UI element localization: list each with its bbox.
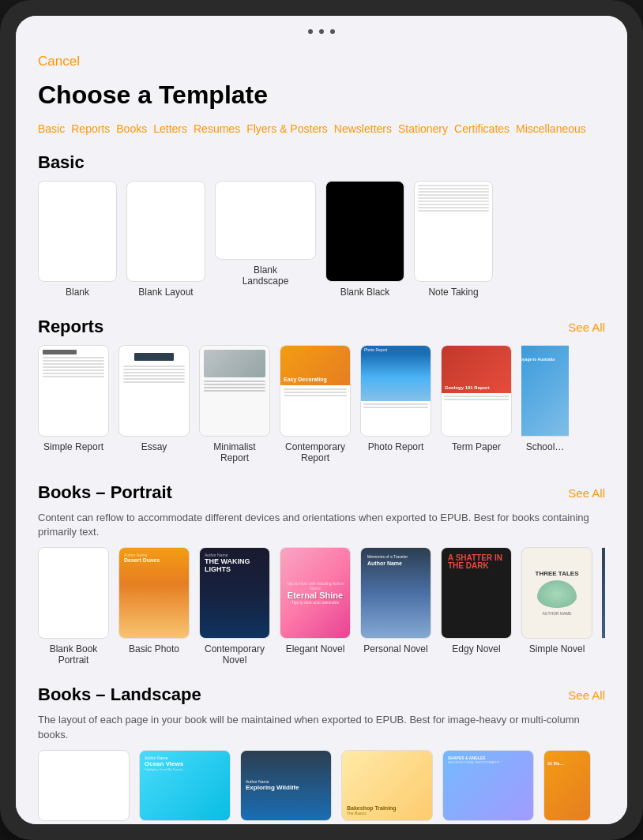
tab-books[interactable]: Books [116,121,153,137]
template-blank-book-landscape[interactable]: Blank Book Landscape [38,750,130,824]
section-basic-title: Basic [38,152,85,173]
tab-reports[interactable]: Reports [71,121,116,137]
template-edgy-novel-thumb: A SHATTER IN THE DARK [441,547,512,639]
template-school[interactable]: A Voyage to Australia School… [521,345,569,463]
template-contemporary-report[interactable]: Easy Decorating Contemporary Report [280,345,351,463]
page-title: Choose a Template [38,81,605,110]
template-note-taking-label: Note Taking [428,287,478,298]
template-elegant-novel-thumb: Tips & tricks with dazzling Author Name … [280,547,351,639]
eternal-shine-title: Eternal Shine [285,591,345,600]
dot-2 [319,29,324,34]
template-note-taking[interactable]: Note Taking [414,181,493,298]
tab-miscellaneous[interactable]: Miscellaneous [516,121,592,137]
template-elegant-novel[interactable]: Tips & tricks with dazzling Author Name … [280,547,351,666]
template-minimalist-report-thumb [199,345,270,437]
section-books-landscape: Books – Landscape See All The layout of … [38,684,605,824]
template-elegant-novel-label: Elegant Novel [286,643,345,654]
tab-newsletters[interactable]: Newsletters [334,121,398,137]
books-landscape-see-all[interactable]: See All [568,688,605,702]
template-simple-novel-thumb: THREE TALES AUTHOR NAME [521,547,592,639]
template-blank-book-portrait-thumb [38,547,109,639]
books-portrait-templates-row: Blank Book Portrait Author Name Desert D… [38,547,605,666]
template-blank-layout-label: Blank Layout [138,287,193,298]
template-photo-book[interactable]: SHAPES & ANGLES ARCHITECTURAL PHOTOGRAPH… [442,750,534,824]
shatter-text: A SHATTER IN THE DARK [442,548,511,576]
template-m-novel[interactable]: M… [602,547,605,666]
tab-certificates[interactable]: Certificates [454,121,516,137]
basic-templates-row: Blank Blank Layout Blank Landscape [38,181,605,298]
device-frame: Cancel Choose a Template Basic Reports B… [0,0,643,840]
template-blank-landscape[interactable]: Blank Landscape [215,181,316,298]
template-blank-book-portrait[interactable]: Blank Book Portrait [38,547,109,666]
template-simple-novel[interactable]: THREE TALES AUTHOR NAME Simple Novel [521,547,592,666]
tab-stationery[interactable]: Stationery [398,121,454,137]
template-blank-layout[interactable]: Blank Layout [126,181,205,298]
note-line-9 [418,210,489,212]
template-training-book[interactable]: Bakeshop Training The Basics Training Bo… [341,750,433,824]
top-bar [16,16,627,47]
template-essay-thumb [118,345,190,437]
template-blank-black-label: Blank Black [340,287,390,298]
memories-overlay: Memories of a Traveler Author Name [361,548,431,638]
tab-flyers[interactable]: Flyers & Posters [246,121,334,137]
template-contemporary-novel[interactable]: Author Name THE WAKING LIGHTS Contempora… [199,547,270,666]
tab-basic[interactable]: Basic [38,121,71,137]
books-landscape-templates-row: Blank Book Landscape Author Name Ocean V… [38,750,605,824]
template-simple-report[interactable]: Simple Report [38,345,109,463]
reports-see-all[interactable]: See All [568,321,605,334]
section-books-landscape-title: Books – Landscape [38,684,201,705]
section-basic-header: Basic [38,152,605,173]
template-basic-photo[interactable]: Author Name Desert Dunes Basic Photo [118,547,190,666]
tab-letters[interactable]: Letters [153,121,194,137]
template-simple-report-label: Simple Report [43,441,103,452]
template-essay[interactable]: Essay [118,345,190,463]
template-personal-novel-label: Personal Novel [363,643,427,654]
template-blank-black[interactable]: Blank Black [325,181,404,298]
books-portrait-see-all[interactable]: See All [568,486,605,500]
screen: Cancel Choose a Template Basic Reports B… [16,16,627,824]
template-blank-black-thumb [325,181,404,282]
template-blank-layout-thumb [126,181,205,282]
note-line-5 [418,197,489,199]
template-photo-report-thumb: Photo Report [360,345,431,437]
section-basic: Basic Blank Blank Layout [38,152,605,298]
template-blank[interactable]: Blank [38,181,117,298]
section-books-portrait-title: Books – Portrait [38,482,172,503]
template-essay-label: Essay [141,441,167,452]
template-blank-landscape-thumb [215,181,316,260]
section-books-portrait-header: Books – Portrait See All [38,482,605,503]
basic-photo-title: Desert Dunes [124,557,184,563]
tab-resumes[interactable]: Resumes [194,121,246,137]
template-minimalist-report[interactable]: Minimalist Report [199,345,270,463]
template-photo-book-thumb: SHAPES & ANGLES ARCHITECTURAL PHOTOGRAPH… [442,750,534,821]
template-st-landscape[interactable]: St Ra… St… [543,750,591,824]
ocean-title: Ocean Views [145,760,225,767]
template-term-paper-label: Term Paper [452,441,501,452]
template-blank-book-landscape-thumb [38,750,130,821]
template-contemporary-report-thumb: Easy Decorating [280,345,351,437]
template-term-paper-thumb: Geology 101 Report [441,345,512,437]
section-reports-header: Reports See All [38,317,605,337]
template-edgy-novel[interactable]: A SHATTER IN THE DARK Edgy Novel [441,547,512,666]
books-landscape-desc: The layout of each page in your book wil… [38,713,605,741]
template-blank-label: Blank [66,287,89,298]
dot-1 [308,29,313,34]
template-basic-landscape-thumb: Author Name Ocean Views Highlights From … [139,750,231,821]
template-basic-landscape[interactable]: Author Name Ocean Views Highlights From … [139,750,231,824]
template-basic-photo-label: Basic Photo [129,643,179,654]
template-blank-thumb [38,181,117,282]
template-photo-report[interactable]: Photo Report Photo Report [360,345,431,463]
template-personal-novel[interactable]: Memories of a Traveler Author Name Perso… [360,547,431,666]
section-books-landscape-header: Books – Landscape See All [38,684,605,705]
section-books-portrait: Books – Portrait See All Content can ref… [38,482,605,666]
eternal-shine-subtitle: Tips to dote amb admirable [285,600,345,605]
template-basic-photo-thumb: Author Name Desert Dunes [118,547,190,639]
template-term-paper[interactable]: Geology 101 Report Term Paper [441,345,512,463]
status-dots [308,29,335,34]
note-line-7 [418,204,489,205]
ocean-content: Author Name Ocean Views Highlights From … [140,751,230,776]
dot-3 [330,29,335,34]
template-training-book-thumb: Bakeshop Training The Basics [341,750,433,821]
template-guide-book[interactable]: Author Name Exploring Wildlife Guide Boo… [240,750,332,824]
cancel-button[interactable]: Cancel [38,47,80,76]
